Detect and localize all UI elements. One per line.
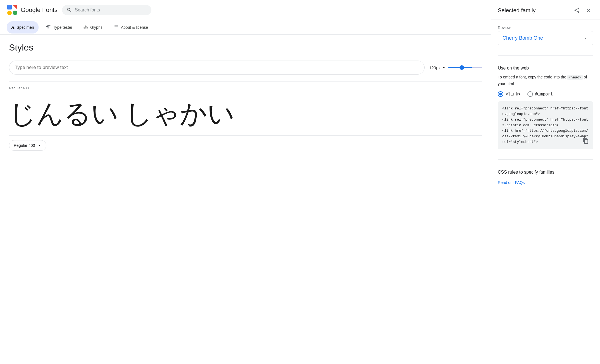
review-section: Review Cherry Bomb One (498, 25, 593, 45)
css-rules-section: CSS rules to specify families (498, 170, 593, 175)
search-bar[interactable] (62, 5, 151, 15)
style-selector-label: Regular 400 (14, 143, 35, 148)
tab-type-tester-label: Type tester (53, 25, 72, 30)
size-slider[interactable] (448, 67, 482, 68)
google-fonts-logo-icon (7, 4, 18, 16)
header: Google Fonts (0, 0, 491, 20)
share-icon (574, 7, 580, 13)
font-family-dropdown[interactable]: Cherry Bomb One (498, 31, 593, 45)
import-radio[interactable] (527, 91, 533, 97)
svg-point-2 (7, 11, 12, 15)
import-option[interactable]: @import (527, 91, 553, 97)
use-on-web-desc: To embed a font, copy the code into the … (498, 74, 593, 87)
review-label: Review (498, 25, 593, 30)
right-panel: Selected family Review Cherry Bomb One (491, 0, 600, 364)
head-tag: <head> (567, 75, 583, 80)
copy-code-button[interactable] (582, 137, 590, 146)
styles-divider (9, 81, 482, 82)
search-icon (66, 7, 72, 13)
glyphs-icon: ⁂ (84, 25, 88, 30)
style-chevron-down-icon (37, 143, 42, 148)
about-icon (114, 24, 119, 30)
search-input[interactable] (75, 8, 147, 13)
style-selector-button[interactable]: Regular 400 (9, 140, 46, 151)
logo-link[interactable]: Google Fonts (7, 4, 58, 16)
preview-bar: 120px (9, 61, 482, 75)
tab-specimen[interactable]: A Specimen (7, 21, 39, 33)
panel-content: Review Cherry Bomb One Use on the web To… (491, 20, 600, 190)
use-on-web-section: Use on the web To embed a font, copy the… (498, 66, 593, 149)
styles-heading: Styles (9, 42, 482, 53)
svg-rect-0 (7, 5, 12, 9)
tabs-bar: A Specimen Type tester ⁂ Glyphs About & … (0, 20, 491, 35)
size-value-label: 120px (429, 65, 441, 70)
panel-title: Selected family (498, 7, 536, 14)
type-tester-icon (45, 24, 51, 30)
size-dropdown-button[interactable]: 120px (429, 65, 446, 70)
import-option-label: @import (535, 92, 553, 97)
code-text: <link rel="preconnect" href="https://fon… (502, 106, 589, 145)
svg-rect-3 (13, 11, 17, 15)
close-panel-button[interactable] (584, 6, 593, 15)
link-option[interactable]: <link> (498, 91, 521, 97)
link-option-label: <link> (506, 92, 521, 97)
chevron-down-icon (442, 65, 446, 70)
size-control: 120px (429, 65, 482, 70)
read-faqs-link[interactable]: Read our FAQs (498, 180, 593, 185)
logo-text: Google Fonts (21, 6, 58, 14)
tab-specimen-label: Specimen (17, 25, 34, 30)
font-preview-display: じんるい しゃかい (9, 99, 482, 129)
panel-divider-1 (498, 55, 593, 56)
tab-type-tester[interactable]: Type tester (41, 20, 77, 34)
copy-icon (583, 138, 589, 144)
panel-header: Selected family (491, 0, 600, 20)
style-bottom-divider (9, 135, 482, 136)
share-button[interactable] (572, 6, 582, 15)
tab-glyphs-label: Glyphs (90, 25, 103, 30)
content-area: Styles 120px Regular 400 じんるい しゃかい (0, 35, 491, 364)
style-label: Regular 400 (9, 86, 482, 90)
close-icon (585, 7, 592, 13)
font-family-name: Cherry Bomb One (503, 35, 543, 41)
main-area: Google Fonts A Specimen Type tester ⁂ Gl… (0, 0, 491, 364)
link-radio[interactable] (498, 91, 503, 97)
svg-marker-1 (13, 5, 17, 9)
tab-about-label: About & license (121, 25, 148, 30)
panel-divider-2 (498, 159, 593, 160)
family-chevron-down-icon (583, 35, 589, 41)
tab-glyphs[interactable]: ⁂ Glyphs (79, 21, 107, 33)
preview-input-wrap[interactable] (9, 61, 425, 75)
code-block: <link rel="preconnect" href="https://fon… (498, 101, 593, 149)
css-rules-title: CSS rules to specify families (498, 170, 593, 175)
panel-header-actions (572, 6, 593, 15)
preview-text-input[interactable] (15, 65, 419, 70)
tab-about[interactable]: About & license (109, 20, 153, 34)
use-on-web-title: Use on the web (498, 66, 593, 71)
embed-options: <link> @import (498, 91, 593, 97)
specimen-icon: A (11, 25, 15, 30)
